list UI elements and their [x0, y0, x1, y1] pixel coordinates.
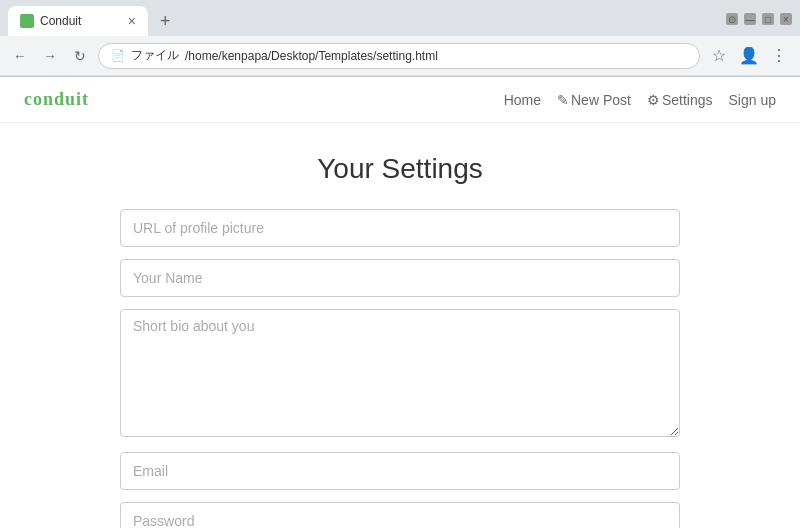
browser-chrome: Conduit × + ⊙ — □ × ← → ↻ 📄 ファイル /home/k… — [0, 0, 800, 77]
forward-icon: → — [43, 48, 57, 64]
bio-field-group — [120, 309, 680, 440]
url-input[interactable] — [120, 209, 680, 247]
nav-home-link[interactable]: Home — [504, 92, 541, 108]
name-input[interactable] — [120, 259, 680, 297]
new-tab-button[interactable]: + — [152, 11, 179, 32]
window-close-icon[interactable]: × — [780, 13, 792, 25]
window-minimize-icon[interactable]: — — [744, 13, 756, 25]
bio-textarea[interactable] — [120, 309, 680, 437]
window-maximize-icon[interactable]: □ — [762, 13, 774, 25]
refresh-button[interactable]: ↻ — [68, 44, 92, 68]
email-field-group — [120, 452, 680, 490]
password-input[interactable] — [120, 502, 680, 528]
main-content: Your Settings Update Settings — [100, 123, 700, 528]
address-bar[interactable]: 📄 ファイル /home/kenpapa/Desktop/Templates/s… — [98, 43, 700, 69]
refresh-icon: ↻ — [74, 48, 86, 64]
tab-bar: Conduit × + ⊙ — □ × — [0, 0, 800, 36]
nav-new-post-label: New Post — [571, 92, 631, 108]
settings-icon: ⚙ — [647, 92, 660, 108]
address-url: /home/kenpapa/Desktop/Templates/setting.… — [185, 49, 438, 63]
back-button[interactable]: ← — [8, 44, 32, 68]
forward-button[interactable]: → — [38, 44, 62, 68]
nav-new-post-link[interactable]: ✎New Post — [557, 92, 631, 108]
app-header: conduit Home ✎New Post ⚙Settings Sign up — [0, 77, 800, 123]
nav-bar: ← → ↻ 📄 ファイル /home/kenpapa/Desktop/Templ… — [0, 36, 800, 76]
nav-settings-link[interactable]: ⚙Settings — [647, 92, 713, 108]
page-title: Your Settings — [120, 153, 680, 185]
window-settings-icon[interactable]: ⊙ — [726, 13, 738, 25]
nav-signup-link[interactable]: Sign up — [729, 92, 776, 108]
tab-favicon — [20, 14, 34, 28]
bookmark-icon[interactable]: ☆ — [706, 43, 732, 69]
nav-settings-label: Settings — [662, 92, 713, 108]
browser-tab[interactable]: Conduit × — [8, 6, 148, 36]
email-input[interactable] — [120, 452, 680, 490]
app-nav: Home ✎New Post ⚙Settings Sign up — [504, 92, 776, 108]
url-field-group — [120, 209, 680, 247]
tab-title: Conduit — [40, 14, 122, 28]
name-field-group — [120, 259, 680, 297]
password-field-group — [120, 502, 680, 528]
new-post-icon: ✎ — [557, 92, 569, 108]
profile-icon[interactable]: 👤 — [736, 43, 762, 69]
file-icon: 📄 — [111, 49, 125, 62]
tab-close-icon[interactable]: × — [128, 14, 136, 28]
app-logo: conduit — [24, 89, 89, 110]
menu-icon[interactable]: ⋮ — [766, 43, 792, 69]
back-icon: ← — [13, 48, 27, 64]
page-content: conduit Home ✎New Post ⚙Settings Sign up… — [0, 77, 800, 528]
nav-right-buttons: ☆ 👤 ⋮ — [706, 43, 792, 69]
window-controls: ⊙ — □ × — [726, 13, 792, 29]
address-prefix: ファイル — [131, 47, 179, 64]
